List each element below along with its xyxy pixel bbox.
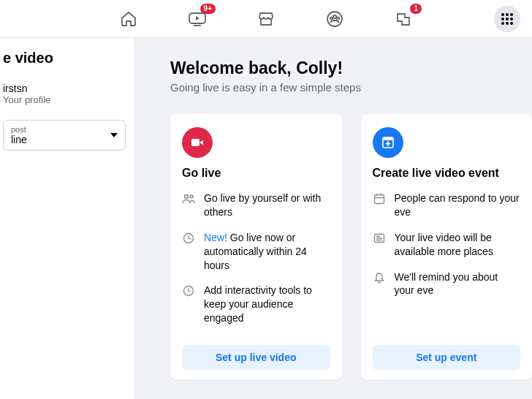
welcome-subtitle: Going live is easy in a few simple steps xyxy=(170,81,532,94)
svg-point-9 xyxy=(506,18,509,20)
svg-point-5 xyxy=(501,13,504,16)
create-event-card: Create live video event People can respo… xyxy=(361,114,533,380)
groups-icon[interactable] xyxy=(324,8,346,30)
setup-event-button[interactable]: Set up event xyxy=(373,345,521,370)
news-icon xyxy=(373,232,386,244)
feature-row: Your live video will be available more p… xyxy=(373,231,521,259)
feature-row: We'll remind you about your eve xyxy=(373,270,521,298)
top-nav: 9+ 1 xyxy=(0,0,532,38)
feature-row: People can respond to your eve xyxy=(373,191,521,219)
gaming-icon[interactable]: 1 xyxy=(392,8,414,30)
feature-text: Add interactivity tools to keep your aud… xyxy=(204,284,330,325)
apps-menu-button[interactable] xyxy=(494,6,520,32)
svg-point-8 xyxy=(501,18,504,20)
bell-icon xyxy=(373,272,386,284)
chevron-down-icon xyxy=(110,133,118,137)
home-icon[interactable] xyxy=(118,8,140,30)
watch-badge: 9+ xyxy=(200,4,216,14)
select-label: post xyxy=(11,125,27,134)
cards-row: Go live Go live by yourself or with othe… xyxy=(170,114,532,380)
svg-rect-20 xyxy=(383,137,393,140)
feature-text: Your live video will be available more p… xyxy=(395,231,521,259)
create-event-title: Create live video event xyxy=(373,167,521,180)
container: e video irstsn Your profile post line We… xyxy=(0,38,532,399)
calendar-icon xyxy=(373,193,386,205)
go-live-card: Go live Go live by yourself or with othe… xyxy=(170,114,342,380)
clock-icon xyxy=(182,285,195,297)
svg-point-13 xyxy=(510,22,513,25)
go-live-icon xyxy=(182,127,213,158)
svg-point-3 xyxy=(330,17,332,19)
feature-row: New! Go live now or automatically within… xyxy=(182,231,330,273)
marketplace-icon[interactable] xyxy=(255,8,277,30)
welcome-heading: Welcome back, Colly! xyxy=(170,58,532,78)
svg-point-7 xyxy=(510,13,513,16)
people-icon xyxy=(182,193,195,205)
feature-row: Go live by yourself or with others xyxy=(182,191,330,219)
svg-point-2 xyxy=(333,15,336,18)
svg-point-6 xyxy=(506,13,509,16)
calendar-plus-icon xyxy=(373,127,403,158)
svg-rect-21 xyxy=(374,195,384,204)
sidebar-profile[interactable]: irstsn Your profile xyxy=(3,83,126,105)
clock-icon xyxy=(182,232,195,244)
sidebar-title: e video xyxy=(3,50,126,66)
feature-text: New! Go live now or automatically within… xyxy=(204,231,330,273)
svg-point-10 xyxy=(510,18,513,20)
sidebar: e video irstsn Your profile post line xyxy=(0,38,135,399)
svg-rect-14 xyxy=(191,139,200,146)
svg-point-12 xyxy=(506,22,509,25)
main-content: Welcome back, Colly! Going live is easy … xyxy=(135,38,532,399)
nav-center: 9+ 1 xyxy=(118,8,414,30)
feature-row: Add interactivity tools to keep your aud… xyxy=(182,284,330,325)
new-label: New! xyxy=(204,232,227,243)
select-text: post line xyxy=(11,125,27,145)
gaming-badge: 1 xyxy=(410,4,422,14)
setup-live-video-button[interactable]: Set up live video xyxy=(182,345,330,370)
go-live-title: Go live xyxy=(182,167,330,180)
sidebar-profile-sub: Your profile xyxy=(3,94,126,105)
watch-icon[interactable]: 9+ xyxy=(186,8,208,30)
select-value: line xyxy=(11,134,27,145)
where-to-post-select[interactable]: post line xyxy=(3,120,126,151)
feature-text: We'll remind you about your eve xyxy=(395,270,521,298)
sidebar-username: irstsn xyxy=(3,83,126,94)
svg-point-15 xyxy=(185,195,189,199)
svg-point-4 xyxy=(337,17,339,19)
feature-text: People can respond to your eve xyxy=(395,191,521,219)
feature-text: Go live by yourself or with others xyxy=(204,191,330,219)
svg-point-16 xyxy=(190,195,193,198)
svg-point-11 xyxy=(501,22,504,25)
